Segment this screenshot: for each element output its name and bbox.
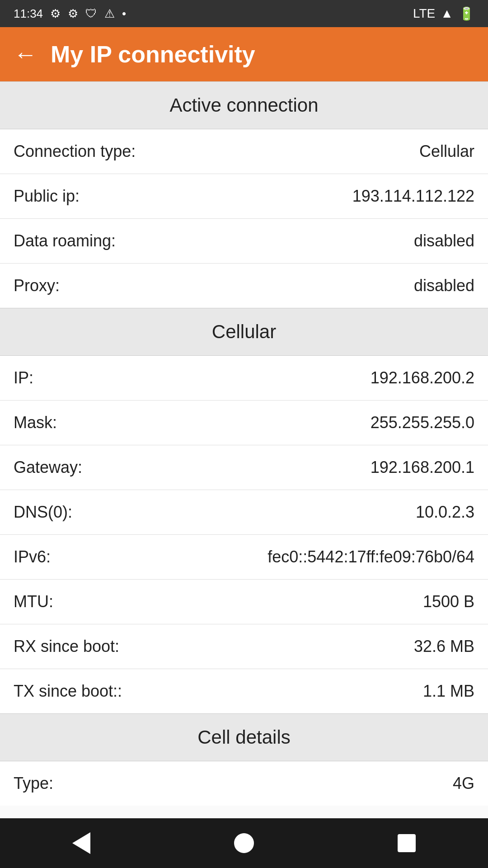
app-bar: ← My IP connectivity (0, 27, 488, 81)
table-row: Proxy: disabled (0, 264, 488, 308)
back-button[interactable]: ← (14, 42, 37, 66)
table-row: Type: 4G (0, 761, 488, 806)
ip-value: 192.168.200.2 (371, 368, 474, 387)
status-bar-left: 11:34 ⚙ ⚙ 🛡 ⚠ • (14, 7, 126, 21)
rx-label: RX since boot: (14, 637, 119, 656)
active-connection-rows: Connection type: Cellular Public ip: 193… (0, 129, 488, 308)
cell-details-rows: Type: 4G (0, 761, 488, 806)
tx-label: TX since boot:: (14, 682, 122, 701)
mask-value: 255.255.255.0 (371, 413, 474, 432)
table-row: IP: 192.168.200.2 (0, 356, 488, 401)
page-title: My IP connectivity (51, 41, 255, 68)
data-roaming-label: Data roaming: (14, 231, 116, 250)
table-row: Data roaming: disabled (0, 219, 488, 264)
type-value: 4G (453, 774, 474, 793)
table-row: DNS(0): 10.0.2.3 (0, 490, 488, 535)
data-roaming-value: disabled (414, 231, 474, 250)
status-bar-right: LTE ▲ 🔋 (413, 6, 474, 21)
table-row: RX since boot: 32.6 MB (0, 624, 488, 669)
back-icon (72, 832, 90, 854)
active-connection-header: Active connection (0, 81, 488, 129)
table-row: Public ip: 193.114.112.122 (0, 174, 488, 219)
ipv6-value: fec0::5442:17ff:fe09:76b0/64 (267, 547, 474, 566)
type-label: Type: (14, 774, 53, 793)
recents-icon (398, 834, 416, 852)
table-row: Gateway: 192.168.200.1 (0, 445, 488, 490)
nav-back-button[interactable] (63, 825, 99, 861)
time-display: 11:34 (14, 7, 43, 21)
connection-type-value: Cellular (419, 142, 474, 161)
public-ip-label: Public ip: (14, 187, 80, 206)
mask-label: Mask: (14, 413, 57, 432)
table-row: TX since boot:: 1.1 MB (0, 669, 488, 713)
signal-icon: ▲ (441, 6, 453, 21)
table-row: Mask: 255.255.255.0 (0, 401, 488, 445)
dot-icon: • (122, 7, 126, 21)
cellular-rows: IP: 192.168.200.2 Mask: 255.255.255.0 Ga… (0, 356, 488, 713)
mtu-label: MTU: (14, 592, 53, 611)
ipv6-label: IPv6: (14, 547, 51, 566)
ip-label: IP: (14, 368, 33, 387)
settings-icon-2: ⚙ (68, 7, 78, 21)
settings-icon-1: ⚙ (50, 7, 61, 21)
table-row: Connection type: Cellular (0, 129, 488, 174)
proxy-label: Proxy: (14, 276, 60, 295)
lte-label: LTE (413, 6, 435, 21)
shield-icon: 🛡 (85, 7, 97, 21)
connection-type-label: Connection type: (14, 142, 136, 161)
nav-home-button[interactable] (226, 825, 262, 861)
public-ip-value: 193.114.112.122 (352, 187, 474, 206)
rx-value: 32.6 MB (414, 637, 474, 656)
gateway-label: Gateway: (14, 458, 82, 477)
cellular-title: Cellular (212, 321, 276, 342)
warning-icon: ⚠ (104, 7, 115, 21)
home-icon (234, 833, 254, 853)
mtu-value: 1500 B (423, 592, 474, 611)
proxy-value: disabled (414, 276, 474, 295)
table-row: IPv6: fec0::5442:17ff:fe09:76b0/64 (0, 535, 488, 580)
nav-recents-button[interactable] (389, 825, 425, 861)
cell-details-title: Cell details (197, 726, 290, 748)
table-row: MTU: 1500 B (0, 580, 488, 624)
nav-bar (0, 818, 488, 868)
gateway-value: 192.168.200.1 (371, 458, 474, 477)
dns-label: DNS(0): (14, 503, 72, 522)
active-connection-title: Active connection (169, 94, 318, 116)
tx-value: 1.1 MB (423, 682, 474, 701)
status-bar: 11:34 ⚙ ⚙ 🛡 ⚠ • LTE ▲ 🔋 (0, 0, 488, 27)
cell-details-header: Cell details (0, 713, 488, 761)
battery-icon: 🔋 (459, 6, 474, 21)
main-content: Active connection Connection type: Cellu… (0, 81, 488, 818)
cellular-header: Cellular (0, 308, 488, 356)
dns-value: 10.0.2.3 (416, 503, 474, 522)
